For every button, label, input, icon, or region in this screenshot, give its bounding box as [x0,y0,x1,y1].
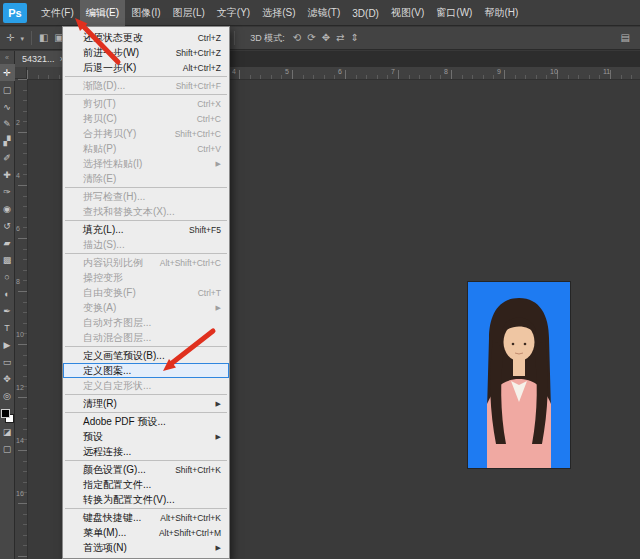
edit-menu-item[interactable]: 合并拷贝(Y)Shift+Ctrl+C [63,126,229,141]
edit-menu-item[interactable]: 拼写检查(H)... [63,189,229,204]
edit-menu-item[interactable]: 定义画笔预设(B)... [63,348,229,363]
menubar-item-file[interactable]: 文件(F) [35,0,80,26]
menu-separator [65,412,227,413]
menu-item-shortcut: Shift+Ctrl+K [175,465,223,475]
foreground-color-swatch[interactable] [1,409,10,418]
workspace-icon[interactable]: ▤ [619,31,632,45]
menubar-item-select[interactable]: 选择(S) [256,0,301,26]
edit-menu-item[interactable]: 自动对齐图层... [63,315,229,330]
crop-tool[interactable]: ▞ [0,132,15,149]
edit-menu-item[interactable]: 菜单(M)...Alt+Shift+Ctrl+M [63,525,229,540]
edit-menu-item[interactable]: 操控变形 [63,270,229,285]
menubar-item-window[interactable]: 窗口(W) [430,0,478,26]
edit-menu-item[interactable]: 内容识别比例Alt+Shift+Ctrl+C [63,255,229,270]
menubar-item-filter[interactable]: 滤镜(T) [302,0,347,26]
menu-item-label: 渐隐(D)... [83,79,125,93]
brush-tool[interactable]: ✑ [0,183,15,200]
tool-bar: «✛▢∿✎▞✐✚✑◉↺▰▩○◐✒T▶▭✥◎◪▢ [0,51,15,559]
3d-slide-icon[interactable]: ⇄ [334,31,346,45]
edit-menu-item[interactable]: 颜色设置(G)...Shift+Ctrl+K [63,462,229,477]
screen-mode-icon[interactable]: ▢ [0,440,15,457]
edit-menu-item[interactable]: 渐隐(D)...Shift+Ctrl+F [63,78,229,93]
edit-menu-item[interactable]: 定义图案... [63,363,229,378]
gradient-tool[interactable]: ▩ [0,251,15,268]
zoom-tool[interactable]: ◎ [0,387,15,404]
ruler-number: 8 [16,278,20,285]
blur-tool[interactable]: ○ [0,268,15,285]
menu-item-shortcut: Alt+Shift+Ctrl+C [160,258,223,268]
menubar-item-type[interactable]: 文字(Y) [211,0,256,26]
quick-selection-tool[interactable]: ✎ [0,115,15,132]
edit-menu-item[interactable]: 清除(E) [63,171,229,186]
edit-menu-item[interactable]: 指定配置文件... [63,477,229,492]
color-swatches[interactable] [1,409,14,423]
menubar-item-edit[interactable]: 编辑(E) [80,0,125,26]
menu-item-shortcut: Ctrl+X [197,99,223,109]
tool-preset-caret-icon[interactable]: ▾ [18,33,26,44]
3d-rotate-icon[interactable]: ⟲ [291,31,303,45]
menubar-item-help[interactable]: 帮助(H) [478,0,524,26]
marquee-tool[interactable]: ▢ [0,81,15,98]
move-tool[interactable]: ✛ [0,64,15,81]
history-brush-tool[interactable]: ↺ [0,217,15,234]
menu-item-label: 还原状态更改 [83,31,143,45]
pen-tool[interactable]: ✒ [0,302,15,319]
vertical-ruler[interactable]: 246810121416 [15,79,28,559]
menu-item-label: 自动对齐图层... [83,316,151,330]
menu-item-label: 变换(A) [83,301,116,315]
edit-menu-item[interactable]: 剪切(T)Ctrl+X [63,96,229,111]
submenu-arrow-icon: ▶ [216,544,223,552]
edit-menu-item[interactable]: 拷贝(C)Ctrl+C [63,111,229,126]
hand-tool[interactable]: ✥ [0,370,15,387]
3d-drag-icon[interactable]: ✥ [320,31,332,45]
edit-menu-item[interactable]: 描边(S)... [63,237,229,252]
align-left-icon[interactable]: ◧ [37,31,50,45]
menu-item-label: 操控变形 [83,271,123,285]
edit-menu-item[interactable]: 预设▶ [63,429,229,444]
edit-menu-item[interactable]: 首选项(N)▶ [63,540,229,555]
ruler-origin-corner[interactable] [15,67,27,79]
eyedropper-tool[interactable]: ✐ [0,149,15,166]
edit-menu-item[interactable]: 选择性粘贴(I)▶ [63,156,229,171]
menubar-item-3d[interactable]: 3D(D) [346,0,385,26]
edit-menu-item[interactable]: 远程连接... [63,444,229,459]
type-tool[interactable]: T [0,319,15,336]
edit-menu-item[interactable]: 键盘快捷键...Alt+Shift+Ctrl+K [63,510,229,525]
menubar-items: 文件(F)编辑(E)图像(I)图层(L)文字(Y)选择(S)滤镜(T)3D(D)… [35,0,524,25]
toolbar-collapse-icon[interactable]: « [5,51,9,64]
edit-menu-item[interactable]: 自由变换(F)Ctrl+T [63,285,229,300]
eraser-tool[interactable]: ▰ [0,234,15,251]
ruler-number: 10 [550,68,558,75]
clone-stamp-tool[interactable]: ◉ [0,200,15,217]
submenu-arrow-icon: ▶ [216,160,223,168]
menubar-item-image[interactable]: 图像(I) [125,0,166,26]
edit-menu-item[interactable]: 自动混合图层... [63,330,229,345]
edit-menu-item[interactable]: 粘贴(P)Ctrl+V [63,141,229,156]
3d-roll-icon[interactable]: ⟳ [305,31,317,45]
quick-mask-icon[interactable]: ◪ [0,423,15,440]
menu-item-label: 描边(S)... [83,238,125,252]
edit-menu-item[interactable]: 转换为配置文件(V)... [63,492,229,507]
edit-menu-item[interactable]: 填充(L)...Shift+F5 [63,222,229,237]
move-tool-icon[interactable]: ✛ [4,31,16,45]
edit-menu-item[interactable]: 还原状态更改Ctrl+Z [63,30,229,45]
edit-menu-item[interactable]: 变换(A)▶ [63,300,229,315]
path-selection-tool[interactable]: ▶ [0,336,15,353]
edit-menu-item[interactable]: 查找和替换文本(X)... [63,204,229,219]
photo-eye-left [512,343,515,346]
lasso-tool[interactable]: ∿ [0,98,15,115]
edit-menu-item[interactable]: 定义自定形状... [63,378,229,393]
edit-menu-item[interactable]: 清理(R)▶ [63,396,229,411]
menubar-item-layer[interactable]: 图层(L) [167,0,211,26]
document-tab-label: 54321... [22,54,55,64]
dodge-tool[interactable]: ◐ [0,285,15,302]
3d-scale-icon[interactable]: ⇕ [348,31,360,45]
shape-tool[interactable]: ▭ [0,353,15,370]
edit-menu-item[interactable]: 后退一步(K)Alt+Ctrl+Z [63,60,229,75]
menubar-item-view[interactable]: 视图(V) [385,0,430,26]
healing-brush-tool[interactable]: ✚ [0,166,15,183]
ruler-number: 16 [16,490,24,497]
portrait-photo[interactable] [468,282,570,468]
edit-menu-item[interactable]: 前进一步(W)Shift+Ctrl+Z [63,45,229,60]
edit-menu-item[interactable]: Adobe PDF 预设... [63,414,229,429]
